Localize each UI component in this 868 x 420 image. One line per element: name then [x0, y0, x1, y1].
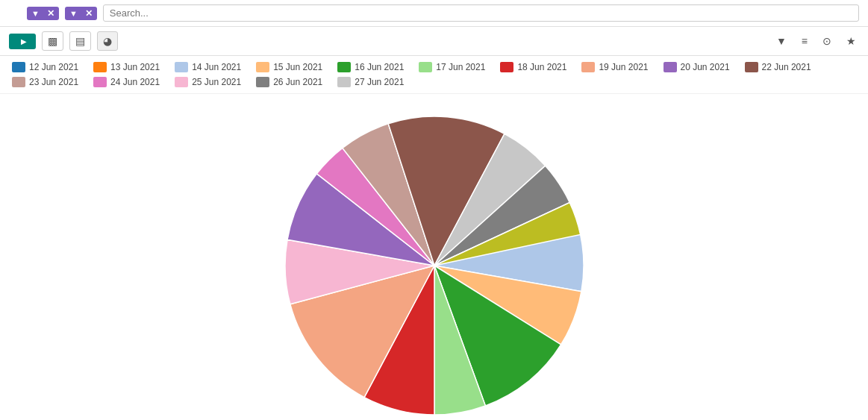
legend-item: 22 Jun 2021: [745, 62, 811, 72]
legend-label: 24 Jun 2021: [110, 77, 160, 87]
legend-label: 18 Jun 2021: [517, 62, 566, 72]
legend-swatch: [664, 62, 677, 72]
line-chart-button[interactable]: ▤: [69, 31, 91, 51]
legend-swatch: [500, 62, 513, 72]
legend-label: 19 Jun 2021: [599, 62, 648, 72]
legend-label: 15 Jun 2021: [273, 62, 322, 72]
search-input[interactable]: [103, 4, 859, 22]
legend-item: 13 Jun 2021: [93, 62, 160, 72]
legend-swatch: [12, 62, 25, 72]
confirmed-orders-close-icon[interactable]: ✕: [47, 8, 54, 19]
filters-icon: ▼: [776, 35, 787, 47]
legend-swatch: [256, 77, 269, 87]
legend-label: 27 Jun 2021: [355, 77, 404, 87]
legend-swatch: [337, 62, 351, 72]
bar-chart-icon: ▩: [48, 35, 57, 47]
top-bar: ▼ ✕ ▼ ✕: [0, 0, 868, 27]
funnel-icon-2: ▼: [69, 9, 78, 18]
legend-item: 24 Jun 2021: [93, 77, 160, 87]
legend-label: 13 Jun 2021: [110, 62, 160, 72]
legend-item: 15 Jun 2021: [256, 62, 322, 72]
legend-label: 20 Jun 2021: [681, 62, 730, 72]
legend-item: 16 Jun 2021: [337, 62, 404, 72]
toolbar: ▶ ▩ ▤ ◕ ▼ ≡ ⊙ ★: [0, 27, 868, 56]
legend-swatch: [93, 77, 107, 87]
comparison-icon: ⊙: [822, 35, 831, 47]
favorites-action[interactable]: ★: [846, 35, 859, 47]
legend-label: 25 Jun 2021: [192, 77, 241, 87]
funnel-icon: ▼: [31, 9, 40, 18]
filters-action[interactable]: ▼: [776, 35, 790, 47]
pie-chart-svg: [173, 101, 696, 420]
pie-chart-button[interactable]: ◕: [97, 31, 118, 51]
legend-swatch: [93, 62, 107, 72]
legend-item: 14 Jun 2021: [175, 62, 241, 72]
group-by-icon: ≡: [802, 35, 808, 47]
legend-label: 26 Jun 2021: [273, 77, 322, 87]
legend-area: 12 Jun 2021 13 Jun 2021 14 Jun 2021 15 J…: [0, 56, 868, 94]
legend-item: 18 Jun 2021: [500, 62, 566, 72]
legend-item: 27 Jun 2021: [337, 77, 404, 87]
comparison-action[interactable]: ⊙: [822, 35, 834, 47]
date-filter-close-icon[interactable]: ✕: [85, 8, 93, 19]
legend-swatch: [581, 62, 595, 72]
legend-label: 16 Jun 2021: [355, 62, 404, 72]
pie-chart-icon: ◕: [103, 35, 112, 47]
chart-area: [0, 94, 868, 420]
group-by-action[interactable]: ≡: [802, 35, 811, 47]
toolbar-right: ▼ ≡ ⊙ ★: [776, 35, 859, 47]
legend-label: 12 Jun 2021: [29, 62, 78, 72]
legend-label: 23 Jun 2021: [29, 77, 78, 87]
legend-swatch: [175, 77, 188, 87]
legend-label: 22 Jun 2021: [762, 62, 811, 72]
favorites-icon: ★: [846, 35, 856, 47]
legend-swatch: [419, 62, 432, 72]
confirmed-orders-tag[interactable]: ▼ ✕: [27, 7, 59, 20]
legend-item: 19 Jun 2021: [581, 62, 648, 72]
legend-swatch: [175, 62, 188, 72]
bar-chart-button[interactable]: ▩: [42, 31, 63, 51]
legend-item: 25 Jun 2021: [175, 77, 241, 87]
legend-item: 23 Jun 2021: [12, 77, 78, 87]
measures-arrow-icon: ▶: [21, 37, 27, 46]
measures-button[interactable]: ▶: [9, 34, 36, 49]
legend-item: 12 Jun 2021: [12, 62, 78, 72]
legend-label: 17 Jun 2021: [436, 62, 485, 72]
legend-item: 26 Jun 2021: [256, 77, 322, 87]
date-filter-tag[interactable]: ▼ ✕: [65, 7, 97, 20]
legend-swatch: [12, 77, 25, 87]
legend-swatch: [337, 77, 351, 87]
legend-swatch: [256, 62, 269, 72]
legend-item: 20 Jun 2021: [664, 62, 730, 72]
line-chart-icon: ▤: [75, 35, 85, 47]
legend-swatch: [745, 62, 758, 72]
legend-label: 14 Jun 2021: [192, 62, 241, 72]
legend-item: 17 Jun 2021: [419, 62, 485, 72]
